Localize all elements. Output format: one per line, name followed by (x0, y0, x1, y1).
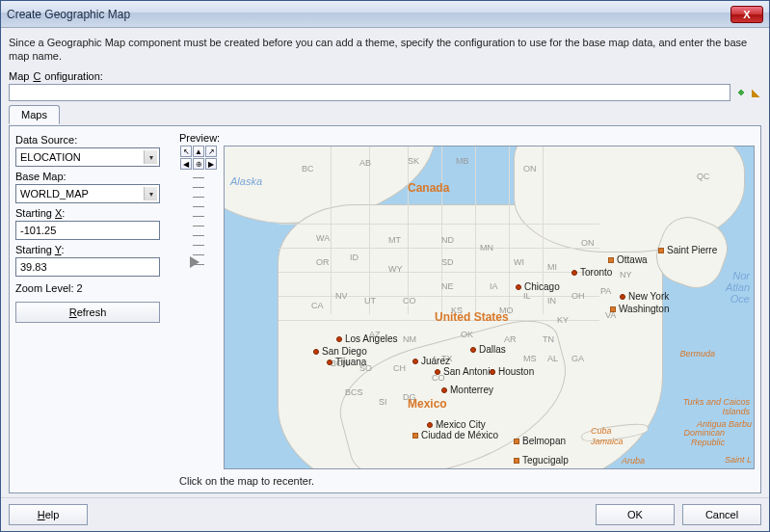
country-usa: United States (435, 310, 509, 324)
title-bar: Create Geographic Map X (1, 1, 769, 28)
ok-button[interactable]: OK (596, 504, 675, 525)
zoom-level-label: Zoom Level: 2 (15, 282, 173, 294)
island-bermuda: Bermuda (679, 349, 715, 359)
city-mexicocity: Mexico City (427, 419, 486, 430)
pan-up-button[interactable]: ▲ (193, 146, 204, 157)
city-sandiego: San Diego (313, 346, 367, 357)
tab-panel-maps: Data Source: ▾ Base Map: ▾ Starting X: S… (9, 125, 761, 493)
map-config-row (9, 84, 761, 101)
city-toronto: Toronto (571, 267, 612, 278)
base-map-select[interactable] (15, 184, 160, 203)
tab-maps[interactable]: Maps (9, 105, 60, 124)
island-antigua: Antigua Barbu (697, 419, 752, 429)
city-tegucigalpa: Tegucigalp (514, 455, 569, 466)
island-aruba: Aruba (622, 456, 645, 466)
pan-left-button[interactable]: ◀ (180, 158, 192, 170)
city-saintpierre: Saint Pierre (658, 245, 717, 255)
city-washington: Washington (610, 304, 669, 314)
zoom-slider-handle[interactable] (190, 256, 199, 268)
starting-x-input[interactable] (15, 221, 160, 240)
city-tijuana: Tijuana (327, 357, 366, 367)
city-chicago: Chicago (516, 281, 560, 292)
starting-y-input[interactable] (15, 257, 160, 277)
pan-right-button[interactable]: ▶ (205, 158, 217, 170)
help-button[interactable]: Help (9, 504, 88, 525)
island-dr: Dominican Republic (657, 428, 725, 447)
data-source-select[interactable] (15, 147, 160, 167)
island-cuba: Cuba (591, 426, 612, 436)
starting-y-label: Starting Y: (15, 244, 173, 255)
dialog-footer: Help OK Cancel (1, 497, 769, 531)
map-nav-controls: ↖ ▲ ↗ ◀ ⊕ ▶ (179, 146, 218, 469)
city-newyork: New York (620, 291, 669, 302)
city-juarez: Juárez (412, 356, 450, 366)
data-source-label: Data Source: (15, 134, 173, 146)
starting-x-label: Starting X: (15, 207, 173, 219)
city-ciudad: Ciudad de México (412, 430, 498, 440)
close-button[interactable]: X (730, 6, 763, 23)
city-ottawa: Ottawa (608, 254, 648, 265)
country-canada: Canada (408, 181, 449, 195)
city-sanantonio: San Antonio (435, 366, 495, 377)
form-column: Data Source: ▾ Base Map: ▾ Starting X: S… (15, 132, 173, 487)
add-config-icon[interactable] (736, 88, 746, 97)
recenter-hint: Click on the map to recenter. (179, 475, 755, 487)
sea-label-alaska: Alaska (230, 175, 262, 187)
city-belmopan: Belmopan (514, 436, 566, 446)
pan-center-button[interactable]: ⊕ (193, 158, 204, 170)
city-dallas: Dallas (470, 344, 506, 355)
tab-strip: Maps (9, 105, 761, 126)
zoom-slider[interactable] (193, 177, 204, 274)
city-houston: Houston (490, 366, 534, 377)
close-icon: X (743, 9, 750, 20)
dialog-content: Since a Geographic Map component must be… (1, 28, 769, 497)
edit-config-icon[interactable] (752, 88, 761, 97)
pan-ne-button[interactable]: ↗ (205, 146, 217, 157)
refresh-button[interactable]: Refresh (15, 302, 160, 323)
base-map-label: Base Map: (15, 171, 173, 182)
map-config-label: Map Configuration: (9, 70, 761, 82)
city-la: Los Angeles (336, 333, 398, 344)
preview-label: Preview: (179, 132, 755, 144)
preview-column: Preview: ↖ ▲ ↗ ◀ ⊕ ▶ (179, 132, 755, 487)
window-title: Create Geographic Map (7, 8, 130, 21)
city-monterrey: Monterrey (441, 385, 493, 395)
pan-nw-button[interactable]: ↖ (180, 146, 192, 157)
sea-label-atlantic: NorAtlanOce (726, 270, 750, 305)
island-saintl: Saint L (725, 455, 752, 465)
map-config-input[interactable] (9, 84, 730, 101)
island-tci: Turks and Caicos Islands (673, 397, 750, 416)
cancel-button[interactable]: Cancel (682, 504, 761, 525)
island-jamaica: Jamaica (591, 437, 624, 446)
dialog-description: Since a Geographic Map component must be… (9, 36, 761, 63)
map-preview[interactable]: Alaska NorAtlanOce Canada United States … (224, 146, 755, 469)
